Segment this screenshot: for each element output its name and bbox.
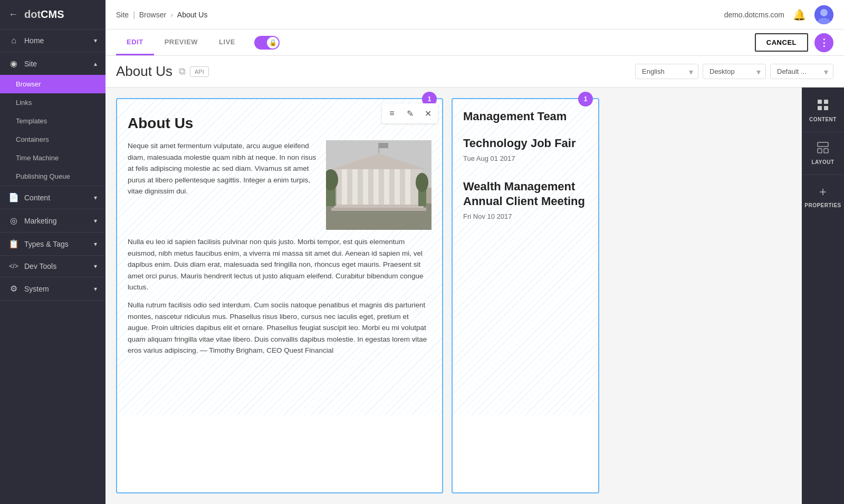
pencil-icon: ✎ — [407, 109, 414, 119]
sidebar-item-browser[interactable]: Browser — [0, 75, 106, 93]
management-title: Management Team — [463, 110, 588, 123]
sidebar-item-links[interactable]: Links — [0, 93, 106, 112]
content-panel-icon — [817, 99, 829, 113]
cancel-button[interactable]: CANCEL — [755, 33, 808, 52]
sidebar-item-home[interactable]: ⌂ Home ▾ — [0, 30, 106, 52]
lock-icon: 🔒 — [267, 37, 279, 49]
chevron-icon: ▾ — [94, 217, 97, 225]
about-image — [326, 140, 431, 230]
event-title-2: Wealth Management Annual Client Meeting — [463, 179, 588, 209]
logo: dotCMS — [24, 8, 64, 21]
api-badge[interactable]: API — [190, 66, 209, 77]
device-select[interactable]: Desktop Tablet Mobile — [703, 64, 766, 79]
copy-icon[interactable]: ⧉ — [179, 66, 186, 77]
site-icon: ◉ — [8, 59, 19, 69]
about-us-card: 1 ≡ ✎ ✕ About Us — [116, 98, 443, 493]
chevron-down-icon: ▾ — [94, 37, 97, 44]
content-canvas: 1 ≡ ✎ ✕ About Us — [106, 88, 802, 504]
svg-rect-8 — [352, 167, 358, 206]
device-select-wrapper: Desktop Tablet Mobile — [703, 64, 766, 79]
variant-select[interactable]: Default ... Variant A Variant B — [770, 64, 833, 79]
chevron-icon: ▾ — [94, 285, 97, 293]
back-button[interactable]: ← — [8, 9, 18, 20]
svg-rect-11 — [384, 167, 389, 206]
properties-panel-label: PROPERTIES — [804, 202, 841, 208]
chevron-up-icon: ▴ — [94, 60, 97, 67]
sidebar-item-system[interactable]: ⚙ System ▾ — [0, 277, 106, 300]
layout-panel-label: LAYOUT — [811, 159, 834, 165]
card-menu-button[interactable]: ≡ — [384, 105, 400, 121]
breadcrumb-browser[interactable]: Browser — [139, 11, 166, 19]
svg-rect-25 — [818, 106, 822, 110]
sidebar-item-dev-tools[interactable]: </> Dev Tools ▾ — [0, 256, 106, 277]
domain-label: demo.dotcms.com — [724, 11, 784, 19]
home-icon: ⌂ — [8, 36, 19, 45]
breadcrumb-current: About Us — [177, 11, 208, 19]
page-body: 1 ≡ ✎ ✕ About Us — [106, 88, 844, 504]
sidebar-item-content[interactable]: 📄 Content ▾ — [0, 186, 106, 209]
about-text-body2: Nulla rutrum facilisis odio sed interdum… — [128, 299, 431, 356]
sidebar-item-site[interactable]: ◉ Site ▴ — [0, 52, 106, 75]
right-card-content: Management Team Technology Job Fair Tue … — [453, 99, 598, 415]
svg-rect-12 — [395, 167, 400, 206]
sidebar-item-templates[interactable]: Templates — [0, 112, 106, 130]
sidebar-item-types-tags[interactable]: 📋 Types & Tags ▾ — [0, 232, 106, 255]
svg-rect-9 — [363, 167, 368, 206]
tab-edit[interactable]: EDIT — [116, 30, 154, 55]
edit-bar: EDIT PREVIEW LIVE 🔒 CANCEL ⋮ — [106, 30, 844, 56]
event-item-1: Technology Job Fair Tue Aug 01 2017 — [463, 136, 588, 162]
tab-preview[interactable]: PREVIEW — [154, 30, 208, 55]
devtools-icon: </> — [8, 263, 19, 270]
close-icon: ✕ — [425, 109, 431, 119]
content-icon: 📄 — [8, 192, 19, 202]
right-panel-properties[interactable]: + PROPERTIES — [802, 177, 844, 216]
layout-panel-icon — [817, 142, 829, 156]
right-panel-content[interactable]: CONTENT — [802, 92, 844, 130]
dots-icon: ⋮ — [819, 37, 829, 49]
sidebar-item-time-machine[interactable]: Time Machine — [0, 149, 106, 167]
svg-rect-10 — [373, 167, 379, 206]
about-text-intro: Neque sit amet fermentum vulputate, arcu… — [128, 140, 318, 230]
lock-toggle[interactable]: 🔒 — [254, 36, 280, 50]
language-select[interactable]: English Spanish French — [635, 64, 698, 79]
chevron-icon: ▾ — [94, 240, 97, 248]
language-select-wrapper: English Spanish French — [635, 64, 698, 79]
breadcrumb-sep2: › — [170, 11, 173, 19]
card-content: About Us Neque sit amet fermentum vulput… — [117, 99, 442, 415]
svg-rect-7 — [342, 167, 347, 206]
card-close-button[interactable]: ✕ — [420, 105, 436, 121]
card-badge-2: 1 — [578, 92, 593, 106]
card-edit-button[interactable]: ✎ — [402, 105, 418, 121]
panel-divider-2 — [802, 175, 844, 175]
variant-select-wrapper: Default ... Variant A Variant B — [770, 64, 833, 79]
sidebar-item-marketing[interactable]: ◎ Marketing ▾ — [0, 209, 106, 232]
sidebar: ← dotCMS ⌂ Home ▾ ◉ Site ▴ Browser Links… — [0, 0, 106, 504]
breadcrumb: Site | Browser › About Us — [116, 11, 207, 19]
svg-rect-29 — [824, 149, 828, 153]
panel-divider — [802, 132, 844, 132]
sidebar-item-containers[interactable]: Containers — [0, 130, 106, 149]
topbar: Site | Browser › About Us demo.dotcms.co… — [106, 0, 844, 30]
logo-area: ← dotCMS — [0, 0, 106, 30]
tab-live[interactable]: LIVE — [208, 30, 246, 55]
page-header: About Us ⧉ API English Spanish French De… — [106, 56, 844, 88]
page-header-controls: English Spanish French Desktop Tablet Mo… — [635, 64, 833, 79]
avatar[interactable] — [814, 5, 833, 24]
system-icon: ⚙ — [8, 284, 19, 294]
event-title-1: Technology Job Fair — [463, 136, 588, 151]
svg-rect-28 — [818, 149, 822, 153]
marketing-icon: ◎ — [8, 216, 19, 226]
notification-bell-icon[interactable]: 🔔 — [793, 8, 806, 21]
more-options-button[interactable]: ⋮ — [814, 33, 833, 52]
svg-rect-13 — [405, 167, 410, 206]
properties-panel-icon: + — [819, 185, 827, 199]
svg-rect-26 — [824, 106, 828, 110]
svg-point-1 — [820, 9, 828, 16]
right-panel-layout[interactable]: LAYOUT — [802, 134, 844, 172]
breadcrumb-site[interactable]: Site — [116, 11, 129, 19]
svg-rect-23 — [818, 100, 822, 104]
svg-point-22 — [416, 173, 428, 192]
content-panel-label: CONTENT — [809, 117, 837, 122]
svg-rect-18 — [379, 143, 388, 148]
sidebar-item-publishing-queue[interactable]: Publishing Queue — [0, 167, 106, 186]
